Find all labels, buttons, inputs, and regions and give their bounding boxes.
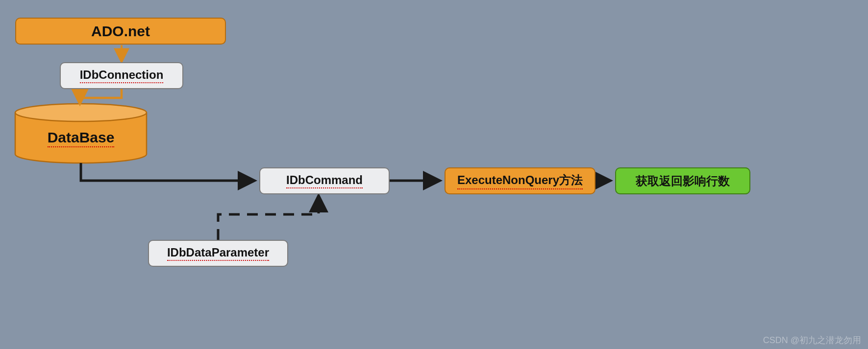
watermark-text: CSDN @初九之潜龙勿用 bbox=[763, 334, 861, 346]
idb-command-node: IDbCommand bbox=[259, 167, 390, 194]
ado-net-label: ADO.net bbox=[91, 23, 150, 40]
database-label: DataBase bbox=[48, 129, 115, 147]
arrow-connection-to-database bbox=[80, 88, 122, 103]
ado-net-node: ADO.net bbox=[15, 18, 226, 45]
arrow-database-to-command bbox=[81, 163, 253, 181]
arrow-parameter-to-command bbox=[218, 197, 319, 240]
idb-connection-label: IDbConnection bbox=[80, 68, 164, 83]
execute-nonquery-node: ExecuteNonQuery方法 bbox=[445, 167, 595, 194]
database-label-container: DataBase bbox=[15, 123, 147, 153]
idb-connection-node: IDbConnection bbox=[60, 62, 183, 89]
svg-point-4 bbox=[15, 104, 147, 121]
idb-data-parameter-node: IDbDataParameter bbox=[148, 240, 288, 267]
result-label: 获取返回影响行数 bbox=[636, 173, 730, 189]
result-node: 获取返回影响行数 bbox=[615, 167, 750, 194]
execute-nonquery-label: ExecuteNonQuery方法 bbox=[457, 172, 583, 189]
idb-data-parameter-label: IDbDataParameter bbox=[167, 246, 269, 261]
idb-command-label: IDbCommand bbox=[286, 173, 363, 188]
